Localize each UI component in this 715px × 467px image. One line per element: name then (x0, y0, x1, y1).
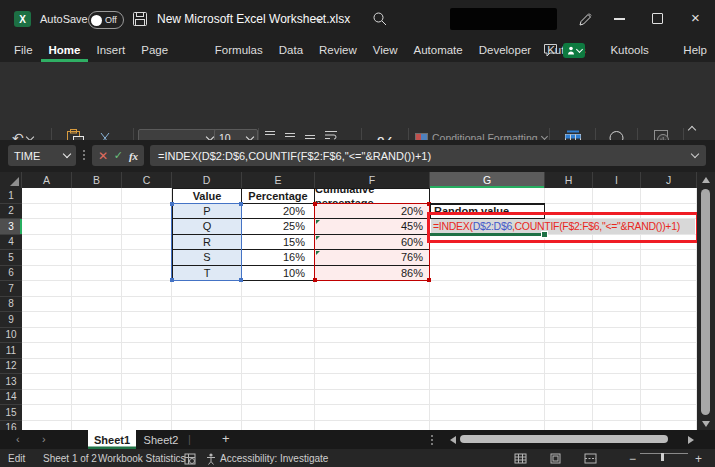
cell-D15[interactable] (172, 405, 242, 421)
cell-G12[interactable] (430, 359, 545, 375)
row-header-6[interactable]: 6 (0, 266, 22, 282)
cell-B1[interactable] (72, 188, 122, 204)
col-header-F[interactable]: F (315, 172, 430, 188)
cell-I1[interactable] (593, 188, 641, 204)
col-header-C[interactable]: C (122, 172, 172, 188)
cell-G10[interactable] (430, 328, 545, 344)
cell-I14[interactable] (593, 390, 641, 406)
align-middle-icon[interactable] (284, 130, 296, 140)
cell-E3[interactable]: 25% (242, 219, 315, 235)
tab-data[interactable]: Data (271, 38, 311, 62)
cell-B4[interactable] (72, 235, 122, 251)
cell-C5[interactable] (122, 250, 172, 266)
cell-A15[interactable] (22, 405, 72, 421)
tab-developer[interactable]: Developer (471, 38, 539, 62)
cell-G15[interactable] (430, 405, 545, 421)
formula-input[interactable]: =INDEX(D$2:D$6,COUNTIF(F$2:F$6,"<="&RAND… (150, 145, 706, 166)
cell-G13[interactable] (430, 374, 545, 390)
zoom-out-button[interactable]: − (629, 452, 636, 466)
cell-H16[interactable] (545, 421, 593, 431)
cell-G5[interactable] (430, 250, 545, 266)
cell-D10[interactable] (172, 328, 242, 344)
cell-A8[interactable] (22, 297, 72, 313)
cell-E11[interactable] (242, 343, 315, 359)
cell-E14[interactable] (242, 390, 315, 406)
cell-H10[interactable] (545, 328, 593, 344)
cell-G1[interactable] (430, 188, 545, 204)
redacted-search-box[interactable] (450, 8, 557, 30)
cell-I8[interactable] (593, 297, 641, 313)
row-header-11[interactable]: 11 (0, 343, 22, 359)
cell-H9[interactable] (545, 312, 593, 328)
tab-review[interactable]: Review (311, 38, 365, 62)
cell-A9[interactable] (22, 312, 72, 328)
row-header-14[interactable]: 14 (0, 390, 22, 406)
cell-H12[interactable] (545, 359, 593, 375)
row-header-3[interactable]: 3 (0, 219, 22, 235)
close-button[interactable]: × (691, 10, 700, 26)
cell-E10[interactable] (242, 328, 315, 344)
wrap-text-icon[interactable] (324, 130, 338, 140)
scroll-up-icon[interactable] (702, 177, 710, 183)
cell-D9[interactable] (172, 312, 242, 328)
row-header-4[interactable]: 4 (0, 235, 22, 251)
row-header-5[interactable]: 5 (0, 250, 22, 266)
row-header-12[interactable]: 12 (0, 359, 22, 375)
cell-C15[interactable] (122, 405, 172, 421)
cell-D11[interactable] (172, 343, 242, 359)
cell-H1[interactable] (545, 188, 593, 204)
align-top-icon[interactable] (264, 130, 276, 140)
cell-B5[interactable] (72, 250, 122, 266)
cell-G7[interactable] (430, 281, 545, 297)
col-header-D[interactable]: D (172, 172, 242, 188)
cell-G16[interactable] (430, 421, 545, 431)
cell-D8[interactable] (172, 297, 242, 313)
cell-A5[interactable] (22, 250, 72, 266)
scroll-left-icon[interactable] (450, 436, 456, 444)
save-icon[interactable] (132, 11, 148, 27)
maximize-button[interactable] (652, 13, 663, 24)
cell-H15[interactable] (545, 405, 593, 421)
cell-J15[interactable] (641, 405, 697, 421)
cell-F9[interactable] (315, 312, 430, 328)
cell-J5[interactable] (641, 250, 697, 266)
cell-B10[interactable] (72, 328, 122, 344)
cell-C7[interactable] (122, 281, 172, 297)
tab-automate[interactable]: Automate (405, 38, 470, 62)
cell-F11[interactable] (315, 343, 430, 359)
cell-F13[interactable] (315, 374, 430, 390)
name-box[interactable]: TIME (8, 145, 76, 166)
page-break-view-icon[interactable] (584, 453, 597, 464)
cell-C10[interactable] (122, 328, 172, 344)
cell-E9[interactable] (242, 312, 315, 328)
cell-C2[interactable] (122, 204, 172, 220)
cell-C12[interactable] (122, 359, 172, 375)
cell-I11[interactable] (593, 343, 641, 359)
formula-bar-grip[interactable] (83, 150, 85, 152)
cell-D13[interactable] (172, 374, 242, 390)
cell-G9[interactable] (430, 312, 545, 328)
cell-A3[interactable] (22, 219, 72, 235)
minimize-button[interactable] (614, 18, 625, 20)
cancel-button[interactable]: ✕ (98, 149, 108, 163)
cell-B2[interactable] (72, 204, 122, 220)
cell-H13[interactable] (545, 374, 593, 390)
accessibility-icon[interactable] (206, 453, 216, 465)
next-sheet-icon[interactable]: › (42, 433, 46, 445)
scroll-right-icon[interactable] (688, 436, 694, 444)
cell-J7[interactable] (641, 281, 697, 297)
cell-I13[interactable] (593, 374, 641, 390)
vertical-scroll-thumb[interactable] (701, 189, 710, 415)
cell-C9[interactable] (122, 312, 172, 328)
tab-kutools-plus[interactable]: Kutools Plus (602, 38, 675, 62)
cell-E13[interactable] (242, 374, 315, 390)
cell-A16[interactable] (22, 421, 72, 431)
cell-A14[interactable] (22, 390, 72, 406)
zoom-slider-thumb[interactable] (661, 453, 664, 461)
cell-G8[interactable] (430, 297, 545, 313)
cell-A1[interactable] (22, 188, 72, 204)
cell-C13[interactable] (122, 374, 172, 390)
display-settings-icon[interactable] (184, 453, 196, 465)
cell-C6[interactable] (122, 266, 172, 282)
cell-B6[interactable] (72, 266, 122, 282)
